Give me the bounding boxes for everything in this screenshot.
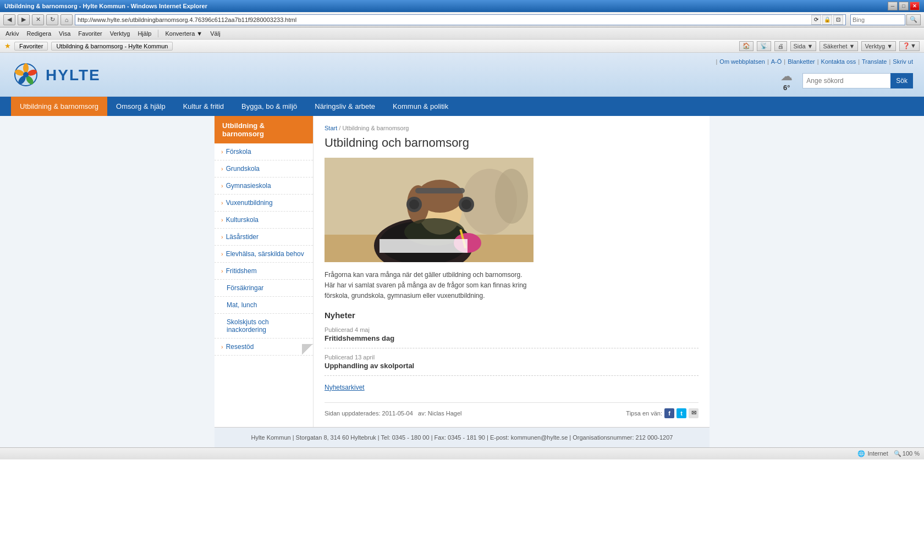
top-link-ao[interactable]: A-Ö [771,58,782,65]
nav-item-kultur[interactable]: Kultur & fritid [174,97,233,116]
tools-print-btn[interactable]: 🖨 [774,41,787,51]
header-right: | Om webbplatsen | A-Ö | Blanketter | Ko… [716,58,913,92]
browser-title: Utbildning & barnomsorg - Hylte Kommun -… [4,3,207,9]
svg-point-18 [409,199,419,209]
bing-input[interactable] [850,14,905,25]
updated-by: av: Niclas Hagel [418,410,461,417]
tools-tools-btn[interactable]: Verktyg ▼ [861,41,896,51]
menu-hjalp[interactable]: Hjälp [134,30,155,37]
tools-home-btn[interactable]: 🏠 [739,41,754,51]
nav-item-naringsliv[interactable]: Näringsliv & arbete [306,97,384,116]
nav-item-omsorg[interactable]: Omsorg & hjälp [107,97,174,116]
pipe-separator: | [716,58,717,65]
logo-icon [11,60,41,90]
zoom-level: 100 % [903,450,920,457]
site-header: HYLTE | Om webbplatsen | A-Ö | Blankette… [0,53,924,97]
svg-point-9 [495,169,528,224]
news-date-1: Publicerad 4 maj [324,326,698,333]
pipe-separator: | [889,58,890,65]
menu-konvertera[interactable]: Konvertera ▼ [162,30,206,37]
security-icon: 🔒 [822,15,832,25]
toolbar-right: 🏠 📡 🖨 Sida ▼ Säkerhet ▼ Verktyg ▼ ❓▼ [739,41,920,51]
main-content: Start / Utbildning & barnomsorg Utbildni… [314,116,710,427]
status-internet: 🌐 Internet [857,450,888,457]
share-email-icon[interactable]: ✉ [689,408,698,418]
window-controls: ─ □ ✕ [888,2,920,10]
share-facebook-icon[interactable]: f [664,408,674,418]
sidebar-label: Läsårstider [226,233,258,241]
browser-toolbar: ◀ ▶ ✕ ↻ ⌂ http://www.hylte.se/utbildning… [0,12,924,27]
sidebar-item-elevhalsa[interactable]: › Elevhälsa, särskilda behov [215,246,313,263]
menu-valj[interactable]: Välj [207,30,223,37]
nav-item-utbildning[interactable]: Utbildning & barnomsorg [11,97,107,116]
website-frame: HYLTE | Om webbplatsen | A-Ö | Blankette… [0,53,924,447]
search-button[interactable]: Sök [890,73,913,88]
home-button[interactable]: ⌂ [61,14,73,25]
sidebar-item-mat-lunch[interactable]: Mat, lunch [215,297,313,314]
share-twitter-icon[interactable]: t [676,408,686,418]
back-button[interactable]: ◀ [3,14,15,25]
sidebar-label: Resestöd [226,343,254,351]
sidebar-label: Elevhälsa, särskilda behov [226,250,304,258]
news-headline-2[interactable]: Upphandling av skolportal [324,362,698,370]
top-link-skriv-ut[interactable]: Skriv ut [893,58,913,65]
top-link-translate[interactable]: Translate [862,58,887,65]
sidebar-item-forsakringar[interactable]: Försäkringar [215,280,313,297]
page-title: Utbildning och barnomsorg [324,136,698,150]
minimize-button[interactable]: ─ [888,2,898,10]
arrow-icon: › [221,268,223,274]
sidebar-item-forskola[interactable]: › Förskola [215,143,313,160]
sidebar-label: Skolskjuts och inackordering [227,318,306,334]
logo-text: HYLTE [46,66,101,84]
favorites-button[interactable]: Favoriter [14,42,48,51]
news-date-2: Publicerad 13 april [324,354,698,361]
pipe-separator: | [767,58,769,65]
tools-security-btn[interactable]: Säkerhet ▼ [820,41,858,51]
breadcrumb-start[interactable]: Start [324,125,337,131]
menu-verktyg[interactable]: Verktyg [107,30,134,37]
menu-visa[interactable]: Visa [56,30,74,37]
sidebar-item-gymnasieskola[interactable]: › Gymnasieskola [215,178,313,195]
sidebar-item-resestod[interactable]: › Resestöd [215,339,313,356]
news-headline-1[interactable]: Fritidshemmens dag [324,334,698,342]
sidebar-item-grundskola[interactable]: › Grundskola [215,160,313,178]
tools-help-btn[interactable]: ❓▼ [899,41,920,51]
main-image [324,158,534,262]
refresh-button[interactable]: ↻ [46,14,58,25]
pipe-separator: | [784,58,785,65]
nav-item-bygga[interactable]: Bygga, bo & miljö [233,97,306,116]
sidebar-label: Grundskola [226,165,260,173]
news-archive-link[interactable]: Nyhetsarkivet [324,384,365,391]
top-link-blanketter[interactable]: Blanketter [788,58,815,65]
refresh-addr-button[interactable]: ⟳ [811,15,821,25]
sidebar-item-vuxenutbildning[interactable]: › Vuxenutbildning [215,195,313,212]
address-bar[interactable]: http://www.hylte.se/utbildningbarnomsorg… [75,14,846,25]
bing-search: 🔍 [850,14,921,25]
status-zoom[interactable]: 🔍 100 % [894,450,920,457]
current-tab-favicon[interactable]: Utbildning & barnomsorg - Hylte Kommun [51,42,173,51]
menu-favoriter[interactable]: Favoriter [75,30,105,37]
compatibility-button[interactable]: ⊡ [833,15,843,25]
forward-button[interactable]: ▶ [18,14,30,25]
sidebar-item-lasarstider[interactable]: › Läsårstider [215,229,313,246]
tools-feeds-btn[interactable]: 📡 [757,41,771,51]
maximize-button[interactable]: □ [899,2,909,10]
sidebar-item-fritidshem[interactable]: › Fritidshem [215,263,313,280]
menu-separator [158,30,158,37]
tools-page-btn[interactable]: Sida ▼ [790,41,817,51]
sidebar-header: Utbildning & barnomsorg [215,116,313,143]
bing-search-button[interactable]: 🔍 [906,14,921,25]
arrow-icon: › [221,148,223,155]
top-link-kontakta[interactable]: Kontakta oss [821,58,856,65]
sidebar-item-kulturskola[interactable]: › Kulturskola [215,212,313,229]
nav-item-kommun[interactable]: Kommun & politik [384,97,457,116]
sidebar: Utbildning & barnomsorg › Förskola › Gru… [215,116,314,427]
sidebar-item-skolskjuts[interactable]: Skolskjuts och inackordering [215,314,313,339]
close-button[interactable]: ✕ [910,2,920,10]
stop-button[interactable]: ✕ [32,14,44,25]
address-text: http://www.hylte.se/utbildningbarnomsorg… [78,16,811,23]
menu-arkiv[interactable]: Arkiv [2,30,22,37]
top-link-om[interactable]: Om webbplatsen [719,58,765,65]
search-input[interactable] [802,73,890,88]
menu-redigera[interactable]: Redigera [23,30,54,37]
